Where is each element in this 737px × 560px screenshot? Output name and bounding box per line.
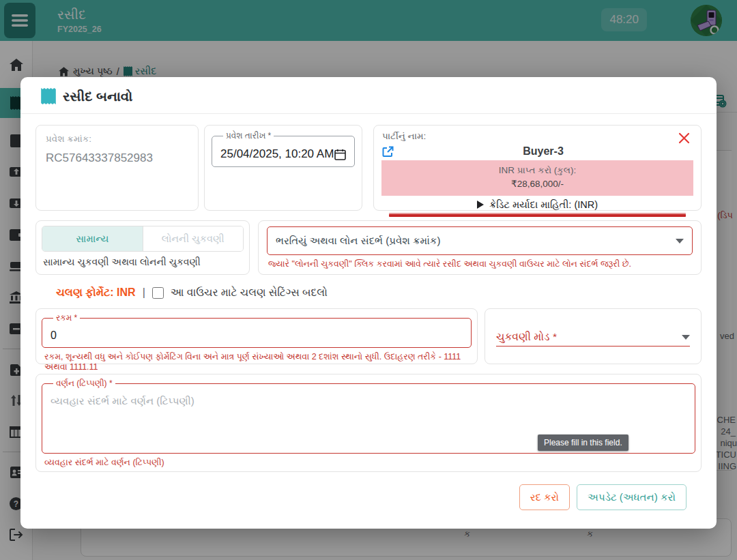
amount-field[interactable]: રકમ * [42, 313, 472, 348]
party-card: પાર્ટીનું નામ: Buyer-3 INR પ્રાપ્ત કરો (… [373, 125, 702, 211]
entry-number-label: પ્રવેશ ક્રમાંક: [46, 134, 188, 145]
entry-date-card: પ્રવેશ તારીખ * 25/04/2025, 10:20 AM [204, 125, 362, 211]
entry-date-value[interactable]: 25/04/2025, 10:20 AM [220, 147, 334, 161]
party-name-value: Buyer-3 [394, 145, 693, 158]
description-card: વર્ણન (ટિપ્પણી) * વ્યવહાર સંદર્ભ માટે વર… [35, 374, 702, 472]
currency-settings-checkbox[interactable] [152, 287, 164, 299]
app-window: રસીદ FY2025_26 48:20 [0, 0, 737, 560]
amount-input[interactable] [50, 329, 463, 342]
payment-mode-label: ચુકવણી મોડ * [496, 331, 557, 343]
currency-separator: | [143, 286, 145, 299]
description-helper: વ્યવહાર સંદર્ભ માટે વર્ણન (ટિપ્પણી) [42, 458, 695, 468]
receivable-amount: ₹28,68,000/- [381, 177, 693, 191]
currency-settings-label: આ વાઉચર માટે ચલણ સેટિંગ્સ બદલો [171, 286, 328, 299]
credit-limit-bar [389, 214, 686, 217]
party-name-label: પાર્ટીનું નામ: [382, 131, 426, 142]
entry-date-field[interactable]: પ્રવેશ તારીખ * 25/04/2025, 10:20 AM [212, 131, 355, 167]
payment-type-helper: સામાન્ય ચુકવણી અથવા લોનની ચુકવણી [42, 256, 244, 268]
amount-helper: રકમ, શૂન્યથી વધુ અને કોઈપણ ફોર્મેટિંગ વિ… [42, 352, 472, 372]
payment-type-tabs: સામાન્ય લોનની ચુકવણી [42, 226, 244, 252]
payment-mode-card: ચુકવણી મોડ * [485, 308, 702, 364]
reference-helper: જ્યારે "લોનની ચુકવણી" ક્લિક કરવામાં આવે … [267, 259, 693, 269]
reference-select[interactable]: ભરતિયું અથવા લોન સંદર્ભ (પ્રવેશ ક્રમાંક) [267, 226, 693, 255]
credit-limit-toggle[interactable]: ક્રેડિટ મર્યાદા માહિતી: (INR) [382, 196, 693, 213]
create-receipt-modal: રસીદ બનાવો પ્રવેશ ક્રમાંક: RC57643337852… [20, 77, 717, 529]
currency-format-label: ચલણ ફોર્મેટ: INR [56, 286, 136, 299]
description-placeholder[interactable]: વ્યવહાર સંદર્ભ માટે વર્ણન (ટિપ્પણી) [50, 395, 687, 407]
update-button[interactable]: અપડેટ (અધતન) કરો [577, 484, 687, 510]
amount-card: રકમ * રકમ, શૂન્યથી વધુ અને કોઈપણ ફોર્મેટ… [35, 308, 478, 364]
entry-number-value: RC57643337852983 [46, 151, 188, 165]
payment-type-card: સામાન્ય લોનની ચુકવણી સામાન્ય ચુકવણી અથવા… [35, 220, 250, 275]
tab-loan-repayment[interactable]: લોનની ચુકવણી [143, 226, 244, 251]
receivable-banner: INR પ્રાપ્ત કરો (કુલ): ₹28,68,000/- [381, 160, 693, 196]
receipt-icon [41, 88, 56, 104]
reference-card: ભરતિયું અથવા લોન સંદર્ભ (પ્રવેશ ક્રમાંક)… [258, 220, 702, 275]
chevron-down-icon [682, 335, 690, 340]
entry-number-card: પ્રવેશ ક્રમાંક: RC57643337852983 [35, 125, 199, 211]
payment-mode-select[interactable]: ચુકવણી મોડ * [496, 331, 690, 347]
calendar-icon[interactable] [334, 149, 346, 160]
close-icon[interactable] [678, 132, 690, 144]
tab-normal-payment[interactable]: સામાન્ય [42, 226, 143, 251]
receivable-label: INR પ્રાપ્ત કરો (કુલ): [381, 164, 693, 177]
open-in-new-icon[interactable] [382, 146, 394, 158]
play-arrow-icon [477, 201, 484, 209]
reference-selected-value: ભરતિયું અથવા લોન સંદર્ભ (પ્રવેશ ક્રમાંક) [276, 235, 440, 247]
entry-date-label: પ્રવેશ તારીખ * [223, 131, 274, 141]
amount-label: રકમ * [53, 313, 80, 323]
validation-tooltip: Please fill in this field. [538, 434, 628, 451]
credit-limit-label: ક્રેડિટ મર્યાદા માહિતી: (INR) [489, 199, 598, 211]
description-label: વર્ણન (ટિપ્પણી) * [53, 379, 115, 388]
chevron-down-icon [676, 239, 684, 244]
modal-title: રસીદ બનાવો [63, 89, 132, 104]
delete-button[interactable]: રદ કરો [519, 484, 570, 510]
